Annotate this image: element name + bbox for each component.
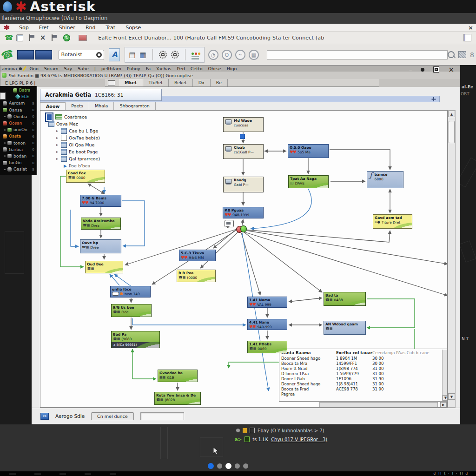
- diagram-node-D[interactable]: O.5.0 Qaoo♥♥5o5 Ma: [288, 144, 329, 158]
- menu2-item-ohrse[interactable]: Ohrse: [208, 66, 221, 71]
- table-row[interactable]: Dooner Shoed hago1 8904 1M30 00: [281, 356, 442, 361]
- active-result-tab[interactable]: Acrakmia Getia 1CB166: 31: [40, 89, 162, 101]
- canvas-scrollbar[interactable]: ▲ ▼: [448, 110, 456, 408]
- handset-icon[interactable]: ☎: [0, 47, 15, 62]
- menu2-item-fa[interactable]: Fa: [146, 66, 151, 71]
- diagram-node-A[interactable]: Md Waoecuocoaa: [223, 117, 264, 132]
- sidebar-item-oansa[interactable]: Oansao: [0, 107, 36, 113]
- menu-item-sopse[interactable]: Sopse: [120, 25, 146, 31]
- doc-tab-mket[interactable]: Mket: [119, 79, 143, 86]
- table-row[interactable]: Booca ta PradACE98 77831 00: [281, 387, 442, 392]
- sidebar-item-onnon[interactable]: onnOno: [0, 126, 36, 133]
- page-dot-5[interactable]: [243, 463, 248, 469]
- table-row[interactable]: Poore tt Nrad1(8/98 77431 00: [281, 366, 442, 371]
- diagram-node-V[interactable]: Cood Fox☎▦0000: [66, 170, 105, 183]
- quick-search-field[interactable]: Botanist: [59, 50, 104, 60]
- menu2-item-higo[interactable]: Higo: [227, 66, 237, 71]
- dialplan-canvas[interactable]: Coarbrace - Oova Mez ▸Cae bu L Bge▸Oo/Fa…: [40, 110, 448, 408]
- menu-item-trat[interactable]: Trat: [100, 25, 120, 31]
- gear2-icon[interactable]: [171, 51, 179, 59]
- col-header-1[interactable]: Conta Raama: [281, 350, 336, 356]
- page-indicator-dots[interactable]: [208, 463, 248, 469]
- tree-group[interactable]: - Oova Mez: [43, 120, 155, 127]
- globe-icon[interactable]: ◔: [208, 50, 218, 60]
- flag-icon[interactable]: [29, 34, 34, 41]
- expand-icon[interactable]: ▸: [55, 157, 59, 161]
- diagram-node-R[interactable]: Gvoedoe ha▦▦G1B: [158, 370, 198, 382]
- page-dot-2[interactable]: [217, 463, 222, 469]
- tree-item[interactable]: ▸Cae bu L Bge: [43, 127, 155, 134]
- table-row[interactable]: Dooner Shoed hago1(8 98)41131 00: [281, 382, 442, 387]
- diagram-node-X[interactable]: B B Poa☎▦(0000: [177, 270, 216, 282]
- scrollbar-thumb[interactable]: [449, 121, 455, 143]
- menu2-item-pelthfam[interactable]: pelthfam: [101, 66, 121, 71]
- delete-icon[interactable]: ×: [40, 33, 46, 42]
- diagram-node-O[interactable]: Voda Aralcomba☎▦Dvrz: [81, 218, 121, 230]
- diagram-node-N[interactable]: Tpat Aa Naga▯▯DAVE: [288, 175, 329, 188]
- menu2-item-gno[interactable]: Gno: [30, 66, 39, 71]
- app-menu-icon[interactable]: [4, 25, 9, 30]
- scroll-down-icon2[interactable]: ▼: [448, 393, 455, 400]
- node-selected-row[interactable]: a B(Ca 96661): [112, 342, 159, 348]
- tree-item[interactable]: ▸Oo/Fae beb(o): [43, 134, 155, 141]
- menu2-item-yachas[interactable]: Yachas: [156, 66, 171, 71]
- tree-item[interactable]: ▸Oi Qoa Mue: [43, 141, 155, 148]
- diagram-node-F[interactable]: 5.C-3 Tkuva♥♥9-b6 MM: [179, 250, 216, 261]
- call-hub-icon[interactable]: [236, 225, 247, 233]
- stamp-icon[interactable]: [458, 51, 466, 58]
- page-dot-1[interactable]: [208, 463, 214, 469]
- diagram-node-B[interactable]: Cloabca1Ga8 P—: [223, 144, 264, 159]
- sidebar-item-gaslat[interactable]: Gaslata: [0, 166, 36, 172]
- diagram-node-W[interactable]: Qud Bee☎▦: [85, 261, 123, 273]
- flag2-icon[interactable]: [51, 34, 57, 41]
- close-icon[interactable]: ×: [468, 24, 473, 31]
- diagram-node-K[interactable]: Ouve bp☎▦Dree: [80, 239, 121, 253]
- col-header-2[interactable]: Exefba col tauar: [336, 350, 372, 356]
- diagram-node-L[interactable]: AN Wdoad qaam☎▦: [324, 321, 366, 335]
- diagram-node-C[interactable]: RaodgGabi P—: [223, 177, 264, 192]
- phone-icon[interactable]: ☎: [5, 33, 13, 42]
- sidebar-item-oasta[interactable]: Oastae: [0, 133, 36, 139]
- diagram-node-Y[interactable]: Gavd aom tad✉●Titure Dret: [373, 214, 412, 229]
- doc-tab-reket[interactable]: Reket: [169, 79, 193, 86]
- sidebar-item-bodan[interactable]: bodano: [0, 153, 36, 159]
- expand-icon[interactable]: ▸: [55, 143, 59, 147]
- strip-close-icon[interactable]: [431, 97, 436, 101]
- sidebar-item-oonba[interactable]: Oonbao: [0, 113, 36, 120]
- desktop-link[interactable]: Chyu 017 V IPEGRor - 3): [271, 437, 327, 442]
- dot-button[interactable]: [421, 68, 424, 72]
- menu-item-fret[interactable]: Fret: [34, 25, 54, 31]
- tree-root[interactable]: Coarbrace: [43, 113, 155, 120]
- diagram-node-mk1[interactable]: [240, 134, 245, 139]
- refresh-icon[interactable]: ↻: [63, 34, 70, 41]
- table-row[interactable]: D lonreo 1Paa1 5699/77931 00: [281, 371, 442, 377]
- panel-toggle-icon[interactable]: [463, 34, 471, 41]
- scroll-up-icon[interactable]: ▲: [448, 111, 455, 117]
- diagram-node-S[interactable]: Ruta Yew bnze & De☎▦(8028: [154, 392, 201, 405]
- color-box-icon[interactable]: [79, 35, 87, 41]
- desktop-item-1[interactable]: Ebay (O Y kuhnolanblas > 7): [236, 428, 324, 433]
- diagram-node-G[interactable]: 7.00 G Bams♥♥94 7000: [80, 195, 121, 207]
- doc-tab-dx[interactable]: Dx: [193, 79, 211, 86]
- menu2-item-cetto[interactable]: Cetto: [191, 66, 203, 71]
- tree-item[interactable]: ▸Ee boot Page: [43, 148, 155, 155]
- page-dot-3[interactable]: [225, 463, 231, 469]
- close-button[interactable]: ×: [448, 66, 454, 73]
- diagram-node-P[interactable]: 9/G Us bee☎▦Ode: [111, 304, 152, 317]
- doc-tab-re[interactable]: Re: [211, 79, 228, 86]
- doc-tab-tfo9et[interactable]: Tfo9et: [143, 79, 169, 86]
- user-icon[interactable]: 8: [470, 51, 474, 59]
- view-tab-poets[interactable]: Poets: [66, 102, 89, 110]
- diagram-node-H[interactable]: unfia Ibce●tvsn 149: [110, 286, 151, 298]
- diagram-node-E[interactable]: P.0 Pguaa♥♥948-1999: [223, 207, 264, 218]
- scroll-down-icon[interactable]: ▼: [443, 395, 448, 401]
- gear-icon[interactable]: [159, 51, 167, 59]
- menu-item-shiner[interactable]: Shiner: [54, 25, 80, 31]
- minimize-button[interactable]: –: [409, 66, 412, 73]
- scroll-right-icon[interactable]: ▶: [440, 402, 447, 408]
- panel-scrollbar[interactable]: ▼: [442, 350, 448, 401]
- menu2-item-soram[interactable]: Soram: [44, 66, 59, 71]
- letter-a-icon[interactable]: A: [109, 48, 120, 61]
- panel-hscrollbar[interactable]: [319, 402, 438, 408]
- tree-item[interactable]: ▸Qal tprarreoe): [43, 155, 155, 162]
